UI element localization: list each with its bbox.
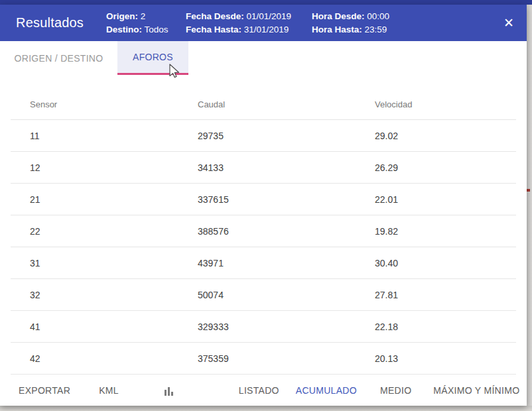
- bar-chart-icon[interactable]: [163, 384, 175, 396]
- cell-velocidad: 22.01: [375, 194, 516, 205]
- cell-velocidad: 22.18: [375, 322, 516, 332]
- date-from-value: 01/01/2019: [247, 11, 292, 21]
- listado-button[interactable]: LISTADO: [239, 385, 279, 396]
- cell-caudal: 337615: [198, 194, 375, 205]
- destination-label: Destino:: [106, 25, 142, 34]
- time-range-summary: Hora Desde: 00:00 Hora Hasta: 23:59: [312, 11, 425, 35]
- column-header-sensor: Sensor: [30, 99, 198, 109]
- time-to-value: 23:59: [365, 25, 387, 34]
- cell-velocidad: 29.02: [375, 131, 516, 141]
- cell-caudal: 34133: [198, 162, 375, 173]
- destination-line: Destino: Todos: [106, 24, 186, 35]
- table-row: 42 375359 20.13: [11, 343, 516, 375]
- dialog-footer: EXPORTAR KML LISTADO ACUMULADO MEDIO MÁX…: [0, 375, 527, 406]
- dialog-title: Resultados: [16, 15, 106, 30]
- cell-caudal: 329333: [198, 322, 375, 332]
- medio-button[interactable]: MEDIO: [380, 385, 411, 396]
- kml-button[interactable]: KML: [99, 385, 119, 396]
- column-header-velocidad: Velocidad: [375, 99, 516, 109]
- table-row: 22 388576 19.82: [11, 215, 516, 247]
- cell-sensor: 42: [30, 353, 198, 364]
- table-row: 32 50074 27.81: [11, 279, 516, 311]
- background-bottom-strip: [0, 406, 532, 411]
- app-toolbar-strip: [0, 0, 532, 5]
- time-from-label: Hora Desde:: [312, 11, 365, 21]
- tab-origen-destino[interactable]: ORIGEN / DESTINO: [0, 41, 117, 75]
- maximo-minimo-button[interactable]: MÁXIMO Y MÍNIMO: [433, 385, 519, 396]
- date-to-value: 31/01/2019: [244, 25, 289, 34]
- sensor-table: Sensor Caudal Velocidad 11 29735 29.02 1…: [11, 89, 516, 375]
- origin-destination-summary: Origen: 2 Destino: Todos: [106, 11, 186, 35]
- close-icon[interactable]: ✕: [499, 13, 519, 33]
- time-from-line: Hora Desde: 00:00: [312, 11, 425, 22]
- date-to-label: Fecha Hasta:: [186, 25, 241, 34]
- table-row: 11 29735 29.02: [11, 120, 516, 152]
- date-from-label: Fecha Desde:: [186, 11, 244, 21]
- destination-value: Todos: [145, 25, 168, 34]
- screen: Resultados Origen: 2 Destino: Todos Fech…: [0, 0, 532, 411]
- background-right-strip: [527, 5, 532, 406]
- origin-label: Origen:: [106, 11, 138, 21]
- cell-caudal: 375359: [198, 353, 375, 364]
- cell-caudal: 43971: [198, 258, 375, 268]
- cell-caudal: 29735: [198, 131, 375, 141]
- results-dialog: Resultados Origen: 2 Destino: Todos Fech…: [0, 5, 527, 406]
- table-header-row: Sensor Caudal Velocidad: [11, 89, 516, 120]
- time-to-label: Hora Hasta:: [312, 25, 362, 34]
- exportar-button[interactable]: EXPORTAR: [19, 385, 70, 396]
- cell-sensor: 41: [30, 322, 198, 332]
- date-range-summary: Fecha Desde: 01/01/2019 Fecha Hasta: 31/…: [186, 11, 312, 35]
- dialog-header: Resultados Origen: 2 Destino: Todos Fech…: [0, 5, 527, 41]
- cell-caudal: 388576: [198, 226, 375, 237]
- cell-sensor: 31: [30, 258, 198, 268]
- date-from-line: Fecha Desde: 01/01/2019: [186, 11, 312, 22]
- cell-velocidad: 19.82: [375, 226, 516, 237]
- cell-velocidad: 30.40: [375, 258, 516, 268]
- cell-sensor: 12: [30, 162, 198, 173]
- cell-velocidad: 26.29: [375, 162, 516, 173]
- cell-velocidad: 27.81: [375, 290, 516, 300]
- acumulado-button[interactable]: ACUMULADO: [296, 385, 357, 396]
- cell-sensor: 11: [30, 131, 198, 141]
- table-row: 12 34133 26.29: [11, 152, 516, 184]
- column-header-caudal: Caudal: [198, 99, 375, 109]
- time-to-line: Hora Hasta: 23:59: [312, 24, 425, 35]
- table-row: 41 329333 22.18: [11, 311, 516, 343]
- cell-sensor: 21: [30, 194, 198, 205]
- cell-sensor: 32: [30, 290, 198, 300]
- cell-sensor: 22: [30, 226, 198, 237]
- cell-caudal: 50074: [198, 290, 375, 300]
- cell-velocidad: 20.13: [375, 353, 516, 364]
- origin-line: Origen: 2: [106, 11, 186, 22]
- table-row: 21 337615 22.01: [11, 184, 516, 215]
- tab-aforos[interactable]: AFOROS: [117, 41, 188, 75]
- time-from-value: 00:00: [367, 11, 389, 21]
- tab-bar: ORIGEN / DESTINO AFOROS: [0, 41, 527, 75]
- origin-value: 2: [141, 11, 146, 21]
- table-row: 31 43971 30.40: [11, 247, 516, 279]
- date-to-line: Fecha Hasta: 31/01/2019: [186, 24, 312, 35]
